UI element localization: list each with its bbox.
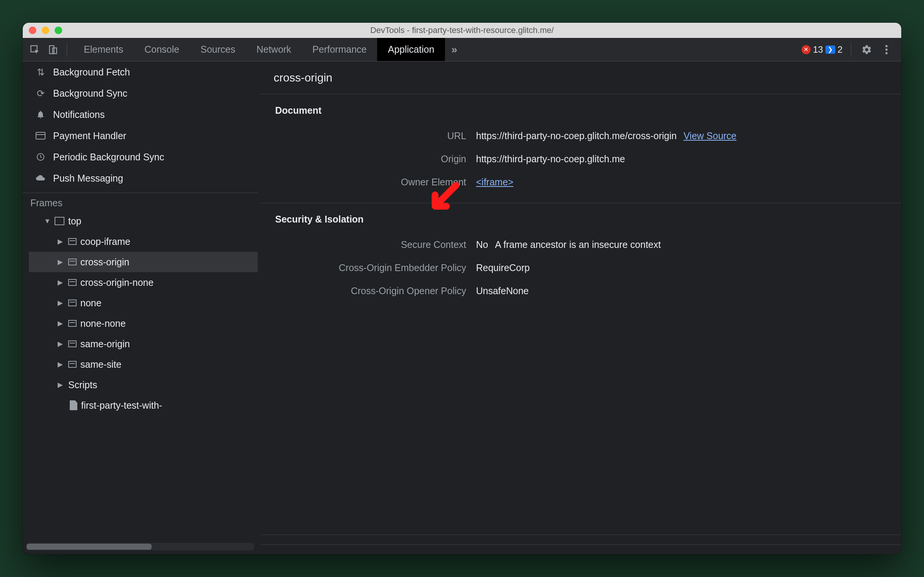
frame-scripts[interactable]: ▶ Scripts: [29, 375, 258, 395]
frame-top[interactable]: ▼ top: [29, 211, 258, 231]
cloud-icon: [35, 174, 46, 182]
value-url: https://third-party-no-coep.glitch.me/cr…: [476, 131, 676, 142]
main-horizontal-scrollbar[interactable]: [261, 535, 901, 545]
sidebar-item-periodic-background-sync[interactable]: Periodic Background Sync: [23, 146, 258, 168]
drawer-handle[interactable]: [261, 545, 901, 554]
sidebar-resizer[interactable]: [258, 61, 261, 554]
sidebar-horizontal-scrollbar[interactable]: [27, 543, 254, 550]
bell-icon: [35, 110, 46, 119]
security-isolation-section: Security & Isolation Secure Context No A…: [261, 203, 901, 312]
svg-point-4: [885, 48, 888, 51]
frame-icon: [68, 238, 77, 245]
label-coop: Cross-Origin Opener Policy: [275, 285, 476, 297]
label-owner-element: Owner Element: [275, 177, 476, 188]
script-document[interactable]: first-party-test-with-: [29, 395, 258, 416]
error-count: 13: [813, 44, 823, 55]
inspect-element-icon[interactable]: [27, 42, 42, 57]
chevron-right-icon: ▶: [58, 319, 64, 327]
svg-rect-1: [50, 45, 54, 53]
swap-icon: ⇅: [35, 67, 46, 78]
tab-elements[interactable]: Elements: [73, 38, 134, 61]
info-count: 2: [837, 44, 842, 55]
chevron-right-icon: ▶: [58, 258, 64, 266]
label-origin: Origin: [275, 153, 476, 164]
label-url: URL: [275, 131, 476, 142]
label-coep: Cross-Origin Embedder Policy: [275, 262, 476, 273]
tabs-overflow-button[interactable]: »: [445, 38, 464, 61]
document-section-header: Document: [261, 103, 901, 124]
clock-icon: [35, 152, 46, 161]
frame-details-panel: cross-origin Document URL https://third-…: [261, 61, 901, 554]
error-counter[interactable]: ✕ 13 ❯ 2: [802, 44, 842, 55]
separator: [67, 42, 67, 57]
device-toolbar-icon[interactable]: [45, 42, 61, 57]
frame-cross-origin-none[interactable]: ▶ cross-origin-none: [29, 272, 258, 293]
frame-icon: [68, 340, 77, 347]
document-icon: [70, 400, 77, 410]
frame-icon: [68, 259, 77, 265]
card-icon: [35, 132, 46, 140]
svg-rect-6: [36, 132, 45, 139]
frame-same-origin[interactable]: ▶ same-origin: [29, 334, 258, 354]
chevron-right-icon: ▶: [58, 380, 64, 389]
titlebar: DevTools - first-party-test-with-resourc…: [23, 23, 901, 38]
row-coep: Cross-Origin Embedder Policy RequireCorp: [261, 256, 901, 279]
frame-icon: [68, 361, 77, 368]
separator: [851, 42, 851, 57]
tab-network[interactable]: Network: [246, 38, 302, 61]
application-sidebar: ⇅ Background Fetch ⟳ Background Sync Not…: [23, 61, 258, 554]
sidebar-item-background-fetch[interactable]: ⇅ Background Fetch: [23, 61, 258, 83]
row-owner-element: Owner Element <iframe>: [261, 171, 901, 194]
panel-tabs: Elements Console Sources Network Perform…: [73, 38, 464, 61]
sidebar-item-background-sync[interactable]: ⟳ Background Sync: [23, 83, 258, 104]
tab-performance[interactable]: Performance: [302, 38, 377, 61]
frame-icon: [68, 300, 77, 306]
chevron-right-icon: ▶: [58, 360, 64, 369]
scrollbar-thumb[interactable]: [27, 544, 151, 550]
value-coop: UnsafeNone: [476, 285, 529, 297]
frame-same-site[interactable]: ▶ same-site: [29, 354, 258, 375]
chevron-down-icon: ▼: [44, 217, 51, 225]
window-icon: [55, 217, 64, 225]
frame-cross-origin[interactable]: ▶ cross-origin: [29, 252, 258, 272]
sidebar-item-payment-handler[interactable]: Payment Handler: [23, 125, 258, 146]
frame-icon: [68, 279, 77, 286]
document-section: Document URL https://third-party-no-coep…: [261, 94, 901, 203]
sidebar-item-notifications[interactable]: Notifications: [23, 104, 258, 125]
tab-application[interactable]: Application: [377, 38, 444, 61]
svg-point-5: [885, 52, 888, 54]
svg-point-3: [885, 45, 888, 47]
tab-console[interactable]: Console: [134, 38, 190, 61]
toolbar: Elements Console Sources Network Perform…: [23, 38, 901, 61]
frame-none-none[interactable]: ▶ none-none: [29, 313, 258, 334]
row-secure-context: Secure Context No A frame ancestor is an…: [261, 233, 901, 256]
sync-icon: ⟳: [35, 88, 46, 99]
error-icon: ✕: [802, 45, 811, 54]
chevron-right-icon: ▶: [58, 340, 64, 348]
settings-gear-icon[interactable]: [860, 42, 874, 57]
view-source-link[interactable]: View Source: [683, 131, 736, 142]
frame-title: cross-origin: [261, 61, 901, 94]
value-secure-context: No: [476, 239, 488, 250]
owner-element-link[interactable]: <iframe>: [476, 177, 514, 188]
row-origin: Origin https://third-party-no-coep.glitc…: [261, 147, 901, 171]
devtools-window: DevTools - first-party-test-with-resourc…: [23, 23, 901, 554]
row-url: URL https://third-party-no-coep.glitch.m…: [261, 124, 901, 147]
sidebar-item-push-messaging[interactable]: Push Messaging: [23, 168, 258, 189]
frame-icon: [68, 320, 77, 327]
frame-none[interactable]: ▶ none: [29, 293, 258, 313]
more-options-icon[interactable]: [879, 42, 894, 57]
value-coep: RequireCorp: [476, 262, 530, 273]
secure-context-explanation: A frame ancestor is an insecure context: [495, 239, 661, 250]
row-coop: Cross-Origin Opener Policy UnsafeNone: [261, 279, 901, 303]
value-origin: https://third-party-no-coep.glitch.me: [476, 153, 625, 164]
frames-tree: ▼ top ▶ coop-iframe ▶ cross-origin: [23, 211, 258, 416]
chevron-right-icon: ▶: [58, 299, 64, 307]
frames-section-header: Frames: [23, 193, 258, 211]
window-title: DevTools - first-party-test-with-resourc…: [23, 26, 901, 35]
tab-sources[interactable]: Sources: [190, 38, 246, 61]
security-section-header: Security & Isolation: [261, 212, 901, 233]
chevron-right-icon: ▶: [58, 278, 64, 287]
svg-rect-2: [53, 48, 57, 53]
frame-coop-iframe[interactable]: ▶ coop-iframe: [29, 231, 258, 252]
